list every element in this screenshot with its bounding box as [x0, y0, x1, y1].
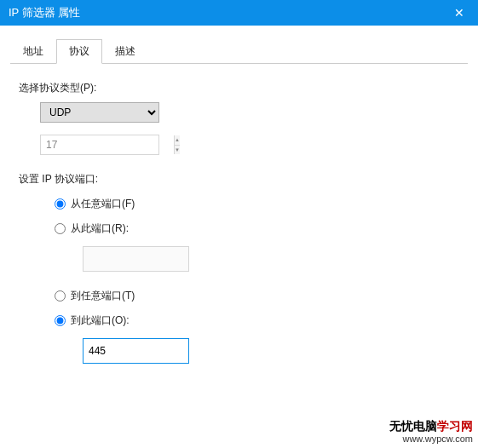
spinner-down-icon[interactable]: ▼	[175, 146, 180, 155]
protocol-select-wrap: UDP	[40, 102, 459, 123]
radio-from-any-port-input[interactable]	[55, 198, 66, 210]
port-group-label: 设置 IP 协议端口:	[19, 172, 459, 187]
close-button[interactable]: ✕	[440, 0, 478, 26]
from-port-input	[83, 246, 189, 272]
spinner-buttons: ▲ ▼	[174, 135, 180, 154]
watermark-line1-right: 学习网	[437, 419, 473, 433]
protocol-number-input	[41, 135, 174, 154]
radio-to-any-port-label: 到任意端口(T)	[71, 289, 135, 303]
protocol-number-spinner: ▲ ▼	[40, 135, 159, 155]
radio-to-this-port[interactable]: 到此端口(O):	[55, 313, 459, 328]
window-title: IP 筛选器 属性	[9, 5, 80, 20]
protocol-type-label: 选择协议类型(P):	[19, 81, 459, 95]
radio-from-any-port-label: 从任意端口(F)	[71, 197, 135, 211]
tab-address[interactable]: 地址	[10, 39, 56, 64]
tab-description[interactable]: 描述	[102, 39, 148, 64]
watermark-url: www.wypcw.com	[389, 434, 473, 445]
tab-strip: 地址 协议 描述	[10, 38, 468, 64]
radio-from-this-port-input[interactable]	[55, 223, 66, 234]
radio-from-this-port[interactable]: 从此端口(R):	[55, 221, 459, 236]
dialog-body: 地址 协议 描述 选择协议类型(P): UDP ▲ ▼ 设置 IP 协议端口: …	[0, 26, 478, 382]
radio-from-any-port[interactable]: 从任意端口(F)	[55, 197, 459, 211]
radio-to-any-port-input[interactable]	[55, 290, 66, 302]
radio-from-this-port-label: 从此端口(R):	[71, 221, 129, 236]
watermark-line1-left: 无忧电脑	[389, 419, 437, 433]
to-port-input[interactable]	[83, 338, 189, 364]
protocol-number-wrap: ▲ ▼	[40, 135, 459, 155]
protocol-type-select[interactable]: UDP	[40, 102, 159, 123]
spinner-up-icon[interactable]: ▲	[175, 135, 180, 146]
radio-to-this-port-input[interactable]	[55, 315, 66, 326]
radio-to-this-port-label: 到此端口(O):	[71, 313, 130, 328]
titlebar: IP 筛选器 属性 ✕	[0, 0, 478, 26]
tab-content-protocol: 选择协议类型(P): UDP ▲ ▼ 设置 IP 协议端口: 从任意端口(F) …	[10, 64, 468, 372]
tab-protocol[interactable]: 协议	[56, 39, 102, 64]
radio-to-any-port[interactable]: 到任意端口(T)	[55, 289, 459, 303]
watermark: 无忧电脑学习网 www.wypcw.com	[389, 419, 473, 445]
watermark-line1: 无忧电脑学习网	[389, 419, 473, 434]
close-icon: ✕	[454, 6, 464, 20]
